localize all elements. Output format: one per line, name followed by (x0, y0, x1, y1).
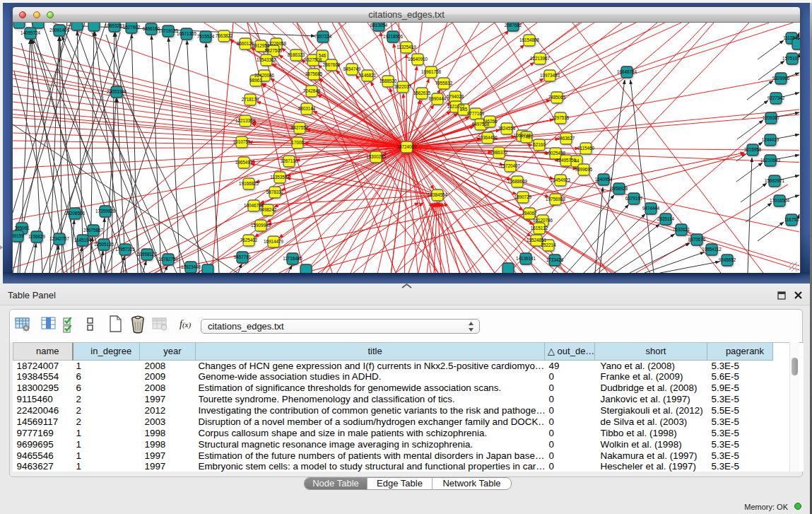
svg-text:17016504: 17016504 (770, 198, 790, 203)
svg-text:8470676: 8470676 (688, 237, 706, 242)
svg-text:5827509: 5827509 (265, 48, 283, 53)
svg-text:10025438: 10025438 (546, 151, 566, 156)
svg-text:1733426: 1733426 (546, 257, 564, 262)
svg-text:16120746: 16120746 (533, 218, 553, 223)
svg-text:19166825: 19166825 (239, 181, 259, 186)
svg-text:22420046: 22420046 (254, 73, 275, 78)
svg-text:10654112: 10654112 (702, 247, 722, 252)
svg-text:7632621: 7632621 (673, 227, 690, 232)
svg-text:6794028: 6794028 (447, 94, 464, 99)
svg-text:8958928: 8958928 (611, 186, 628, 191)
svg-text:16648784: 16648784 (617, 69, 637, 74)
svg-text:3215958: 3215958 (744, 147, 762, 152)
svg-text:8186323: 8186323 (288, 52, 305, 57)
svg-text:12505135: 12505135 (94, 242, 114, 247)
svg-text:546: 546 (319, 53, 326, 58)
svg-text:8990444: 8990444 (429, 96, 447, 101)
svg-text:15692971: 15692971 (765, 178, 785, 183)
svg-text:16671355: 16671355 (177, 31, 197, 36)
svg-text:11353594: 11353594 (270, 175, 290, 180)
svg-text:6379197: 6379197 (625, 196, 643, 201)
svg-text:20364436: 20364436 (478, 135, 498, 140)
svg-text:15751074: 15751074 (782, 56, 800, 61)
svg-text:20053346: 20053346 (107, 89, 127, 94)
svg-text:746266: 746266 (482, 119, 498, 124)
svg-text:16782759: 16782759 (158, 257, 179, 262)
svg-text:39159: 39159 (13, 233, 24, 238)
svg-text:10719135: 10719135 (158, 28, 179, 33)
svg-text:9245652: 9245652 (719, 257, 736, 262)
svg-text:12213369: 12213369 (235, 118, 256, 123)
svg-text:20091406: 20091406 (49, 28, 70, 33)
svg-text:77487: 77487 (520, 134, 533, 139)
svg-text:7485063: 7485063 (548, 95, 566, 100)
svg-text:1890729: 1890729 (514, 194, 532, 199)
svg-text:16914479: 16914479 (264, 239, 284, 244)
svg-text:14136141: 14136141 (516, 256, 536, 261)
svg-text:3824554: 3824554 (498, 126, 516, 131)
svg-text:1640954: 1640954 (595, 177, 613, 182)
svg-text:98961: 98961 (249, 78, 262, 83)
svg-text:1209387: 1209387 (763, 115, 780, 120)
svg-text:7515524: 7515524 (197, 34, 215, 39)
svg-text:10973493: 10973493 (540, 73, 560, 78)
svg-text:1965493: 1965493 (235, 160, 253, 165)
svg-text:17957225: 17957225 (115, 247, 136, 252)
svg-text:3875685: 3875685 (305, 71, 323, 76)
svg-text:9463627: 9463627 (558, 136, 575, 141)
svg-text:8454749: 8454749 (343, 66, 361, 71)
svg-text:12923448: 12923448 (181, 264, 201, 269)
svg-text:15909948: 15909948 (251, 223, 271, 228)
svg-text:9146821: 9146821 (359, 73, 377, 78)
svg-text:784067: 784067 (522, 211, 537, 216)
svg-text:8427552: 8427552 (291, 125, 309, 130)
svg-text:3822037: 3822037 (394, 84, 412, 89)
svg-text:395061: 395061 (14, 226, 30, 230)
svg-text:17359928: 17359928 (95, 209, 116, 214)
svg-text:16454923: 16454923 (551, 177, 571, 182)
svg-text:7986372: 7986372 (490, 150, 508, 155)
svg-text:252214: 252214 (541, 243, 556, 247)
svg-text:13226058: 13226058 (266, 41, 287, 46)
svg-text:8813054: 8813054 (370, 23, 388, 28)
svg-text:9899695: 9899695 (575, 167, 593, 172)
svg-text:10958127: 10958127 (137, 252, 158, 257)
svg-text:116753: 116753 (784, 217, 799, 222)
svg-text:7625402: 7625402 (240, 238, 258, 243)
svg-text:12342757: 12342757 (49, 236, 70, 241)
svg-text:1297515: 1297515 (552, 115, 570, 120)
svg-text:1145194: 1145194 (74, 238, 92, 243)
svg-text:1010755: 1010755 (233, 139, 251, 144)
svg-text:12213967: 12213967 (530, 56, 551, 61)
svg-text:2867608: 2867608 (323, 62, 341, 67)
svg-text:18724007: 18724007 (396, 144, 417, 149)
svg-text:9777169: 9777169 (467, 111, 485, 116)
svg-text:9498242: 9498242 (259, 207, 277, 212)
svg-text:7242848: 7242848 (303, 88, 321, 93)
svg-text:9327508: 9327508 (305, 57, 322, 62)
svg-text:16961758: 16961758 (421, 69, 442, 74)
svg-text:10543362: 10543362 (257, 57, 277, 62)
svg-text:19218506: 19218506 (383, 34, 404, 39)
svg-text:2803144: 2803144 (298, 106, 316, 111)
svg-text:9115460: 9115460 (577, 146, 595, 151)
svg-text:62160: 62160 (533, 142, 546, 147)
svg-text:19384554: 19384554 (428, 192, 448, 197)
svg-text:2087682: 2087682 (505, 23, 522, 28)
svg-text:20975867: 20975867 (83, 228, 104, 233)
svg-text:10688609: 10688609 (507, 179, 528, 184)
svg-text:7663822: 7663822 (216, 33, 233, 38)
svg-text:16210643: 16210643 (760, 158, 781, 163)
svg-text:9474444: 9474444 (642, 206, 660, 211)
svg-text:1562615: 1562615 (413, 90, 431, 95)
svg-text:9227342: 9227342 (767, 95, 785, 100)
svg-text:44: 44 (574, 158, 579, 163)
svg-text:19756928: 19756928 (546, 197, 566, 201)
svg-text:7357224: 7357224 (314, 34, 332, 39)
svg-text:1156829: 1156829 (28, 234, 46, 239)
svg-text:18300295: 18300295 (366, 154, 387, 159)
svg-text:7955812: 7955812 (435, 81, 453, 86)
svg-text:14055724: 14055724 (20, 30, 41, 35)
svg-text:1615132: 1615132 (531, 226, 548, 230)
svg-text:11325419: 11325419 (396, 45, 416, 49)
